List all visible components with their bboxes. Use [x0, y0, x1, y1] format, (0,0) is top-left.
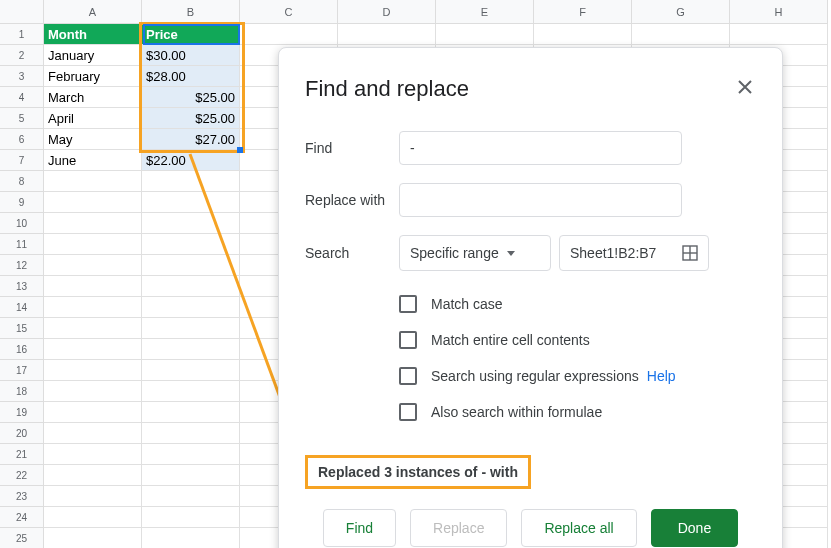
row-header[interactable]: 18: [0, 381, 44, 402]
help-link[interactable]: Help: [647, 368, 676, 384]
cell[interactable]: [142, 255, 240, 276]
cell[interactable]: [44, 402, 142, 423]
column-header[interactable]: D: [338, 0, 436, 24]
search-range-field[interactable]: Sheet1!B2:B7: [559, 235, 709, 271]
row-header[interactable]: 11: [0, 234, 44, 255]
row-header[interactable]: 8: [0, 171, 44, 192]
row-header[interactable]: 17: [0, 360, 44, 381]
cell[interactable]: [44, 423, 142, 444]
cell[interactable]: [44, 276, 142, 297]
row-header[interactable]: 22: [0, 465, 44, 486]
cell[interactable]: [44, 486, 142, 507]
cell[interactable]: [142, 171, 240, 192]
row-header[interactable]: 24: [0, 507, 44, 528]
cell[interactable]: June: [44, 150, 142, 171]
cell[interactable]: $30.00: [142, 45, 240, 66]
cell[interactable]: [142, 213, 240, 234]
cell[interactable]: [730, 24, 828, 45]
regex-checkbox[interactable]: [399, 367, 417, 385]
cell[interactable]: $25.00: [142, 87, 240, 108]
row-header[interactable]: 6: [0, 129, 44, 150]
cell[interactable]: [240, 24, 338, 45]
cell[interactable]: [142, 465, 240, 486]
row-header[interactable]: 7: [0, 150, 44, 171]
match-cell-checkbox[interactable]: [399, 331, 417, 349]
cell[interactable]: January: [44, 45, 142, 66]
row-header[interactable]: 5: [0, 108, 44, 129]
replace-all-button[interactable]: Replace all: [521, 509, 636, 547]
row-header[interactable]: 9: [0, 192, 44, 213]
cell[interactable]: [142, 507, 240, 528]
column-header[interactable]: B: [142, 0, 240, 24]
done-button[interactable]: Done: [651, 509, 738, 547]
row-header[interactable]: 14: [0, 297, 44, 318]
cell[interactable]: [142, 192, 240, 213]
row-header[interactable]: 3: [0, 66, 44, 87]
search-scope-dropdown[interactable]: Specific range: [399, 235, 551, 271]
cell[interactable]: [44, 465, 142, 486]
cell[interactable]: Month: [44, 24, 142, 45]
column-header[interactable]: G: [632, 0, 730, 24]
cell[interactable]: March: [44, 87, 142, 108]
column-header[interactable]: E: [436, 0, 534, 24]
cell[interactable]: [44, 234, 142, 255]
cell[interactable]: [142, 402, 240, 423]
cell[interactable]: [142, 318, 240, 339]
cell[interactable]: [436, 24, 534, 45]
cell[interactable]: [142, 360, 240, 381]
row-header[interactable]: 16: [0, 339, 44, 360]
cell[interactable]: $22.00: [142, 150, 240, 171]
cell[interactable]: [44, 192, 142, 213]
replace-button[interactable]: Replace: [410, 509, 507, 547]
cell[interactable]: $25.00: [142, 108, 240, 129]
cell[interactable]: [44, 171, 142, 192]
row-header[interactable]: 19: [0, 402, 44, 423]
column-header[interactable]: C: [240, 0, 338, 24]
cell[interactable]: [142, 381, 240, 402]
cell[interactable]: [44, 528, 142, 548]
row-header[interactable]: 12: [0, 255, 44, 276]
column-header[interactable]: A: [44, 0, 142, 24]
cell[interactable]: May: [44, 129, 142, 150]
cell[interactable]: [142, 528, 240, 548]
cell[interactable]: [142, 339, 240, 360]
cell[interactable]: [44, 339, 142, 360]
formulae-checkbox[interactable]: [399, 403, 417, 421]
cell[interactable]: [44, 507, 142, 528]
close-icon[interactable]: [734, 74, 756, 103]
cell[interactable]: [44, 297, 142, 318]
cell[interactable]: [142, 276, 240, 297]
cell[interactable]: [142, 423, 240, 444]
cell[interactable]: [44, 255, 142, 276]
column-header[interactable]: H: [730, 0, 828, 24]
column-header[interactable]: F: [534, 0, 632, 24]
row-header[interactable]: 21: [0, 444, 44, 465]
cell[interactable]: Price: [142, 24, 240, 45]
cell[interactable]: [44, 213, 142, 234]
row-header[interactable]: 4: [0, 87, 44, 108]
cell[interactable]: [534, 24, 632, 45]
match-case-checkbox[interactable]: [399, 295, 417, 313]
cell[interactable]: $27.00: [142, 129, 240, 150]
cell[interactable]: [142, 234, 240, 255]
cell[interactable]: [632, 24, 730, 45]
replace-input[interactable]: [399, 183, 682, 217]
row-header[interactable]: 23: [0, 486, 44, 507]
row-header[interactable]: 25: [0, 528, 44, 548]
row-header[interactable]: 1: [0, 24, 44, 45]
cell[interactable]: [44, 318, 142, 339]
cell[interactable]: $28.00: [142, 66, 240, 87]
range-grid-icon[interactable]: [682, 245, 698, 261]
cell[interactable]: [44, 381, 142, 402]
find-input[interactable]: [399, 131, 682, 165]
row-header[interactable]: 15: [0, 318, 44, 339]
cell[interactable]: [142, 444, 240, 465]
cell[interactable]: [44, 360, 142, 381]
find-button[interactable]: Find: [323, 509, 396, 547]
row-header[interactable]: 20: [0, 423, 44, 444]
cell[interactable]: [142, 486, 240, 507]
row-header[interactable]: 10: [0, 213, 44, 234]
cell[interactable]: [338, 24, 436, 45]
select-all-corner[interactable]: [0, 0, 44, 24]
row-header[interactable]: 13: [0, 276, 44, 297]
